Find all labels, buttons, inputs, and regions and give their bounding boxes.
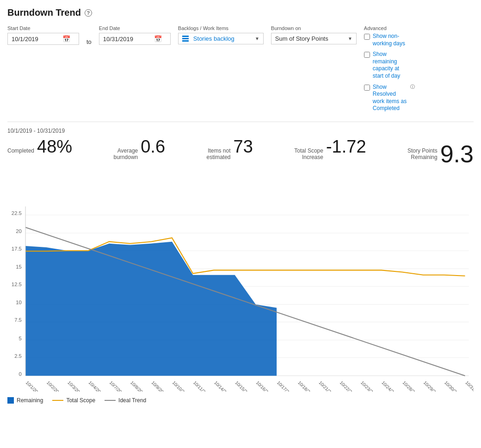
help-icon[interactable]: ? xyxy=(85,9,92,17)
remaining-legend-item: Remaining xyxy=(7,397,43,404)
svg-text:10/7/2019: 10/7/2019 xyxy=(109,380,127,392)
svg-text:20: 20 xyxy=(16,228,22,234)
burndown-on-group: Burndown on Sum of Story Points ▼ xyxy=(271,25,357,44)
burndown-on-label: Burndown on xyxy=(271,25,357,31)
backlogs-chevron: ▼ xyxy=(255,36,259,41)
svg-text:10/31/2019: 10/31/2019 xyxy=(464,380,474,392)
items-not-estimated-stat: Items notestimated 73 xyxy=(206,138,253,161)
end-date-group: End Date 📅 xyxy=(99,25,171,45)
items-not-estimated-label: Items notestimated xyxy=(206,147,230,161)
svg-text:10/16/2019: 10/16/2019 xyxy=(255,380,275,392)
start-date-label: Start Date xyxy=(7,25,79,31)
controls-row: Start Date 📅 to End Date 📅 Backlogs / Wo… xyxy=(7,25,474,112)
completed-stat: Completed 48% xyxy=(7,138,72,155)
svg-text:12.5: 12.5 xyxy=(12,282,22,288)
advanced-group: Advanced Show non-working days Showremai… xyxy=(364,25,415,112)
remaining-capacity-checkbox[interactable] xyxy=(364,52,370,58)
backlog-icon xyxy=(182,36,191,42)
svg-text:10/24/2019: 10/24/2019 xyxy=(381,380,400,392)
svg-text:10/21/2019: 10/21/2019 xyxy=(318,380,337,392)
advanced-options: Show non-working days Showremainingcapac… xyxy=(364,33,415,112)
remaining-capacity-option: Showremainingcapacity atstart of day xyxy=(364,51,415,80)
story-points-label: Story PointsRemaining xyxy=(407,147,438,161)
svg-text:10/2/2019: 10/2/2019 xyxy=(46,380,64,392)
svg-text:10/29/2019: 10/29/2019 xyxy=(423,380,442,392)
svg-text:10/14/2019: 10/14/2019 xyxy=(213,380,233,392)
nonworking-days-checkbox[interactable] xyxy=(364,34,370,40)
backlogs-dropdown[interactable]: Stories backlog ▼ xyxy=(178,33,264,44)
avg-burndown-label: Averageburndown xyxy=(114,147,138,161)
resolved-items-label[interactable]: ShowResolvedwork items asCompleted xyxy=(373,84,407,112)
total-scope-legend-line xyxy=(52,400,63,401)
svg-text:10/1/2019: 10/1/2019 xyxy=(25,380,43,392)
ideal-trend-legend-line xyxy=(105,400,116,401)
remaining-legend-box xyxy=(7,397,14,404)
svg-text:10/17/2019: 10/17/2019 xyxy=(276,380,296,392)
svg-text:10/15/2019: 10/15/2019 xyxy=(234,380,253,392)
backlogs-group: Backlogs / Work Items Stories backlog ▼ xyxy=(178,25,264,44)
svg-text:17.5: 17.5 xyxy=(12,246,22,252)
advanced-label: Advanced xyxy=(364,25,415,31)
total-scope-stat: Total ScopeIncrease -1.72 xyxy=(294,138,366,161)
svg-text:10: 10 xyxy=(16,300,22,306)
svg-text:10/3/2019: 10/3/2019 xyxy=(67,380,85,392)
to-label: to xyxy=(86,38,92,45)
stats-row: Completed 48% Averageburndown 0.6 Items … xyxy=(7,138,474,166)
svg-text:10/23/2019: 10/23/2019 xyxy=(360,380,379,392)
svg-text:10/22/2019: 10/22/2019 xyxy=(339,380,358,392)
page-title: Burndown Trend ? xyxy=(7,7,474,18)
total-scope-legend-label: Total Scope xyxy=(66,397,95,404)
ideal-trend-legend-item: Ideal Trend xyxy=(105,397,146,404)
legend: Remaining Total Scope Ideal Trend xyxy=(7,397,474,404)
remaining-capacity-label[interactable]: Showremainingcapacity atstart of day xyxy=(373,51,400,80)
total-scope-legend-item: Total Scope xyxy=(52,397,95,404)
items-not-estimated-value: 73 xyxy=(234,138,253,155)
svg-text:10/4/2019: 10/4/2019 xyxy=(87,380,105,392)
burndown-on-value: Sum of Story Points xyxy=(275,35,328,42)
ideal-trend-legend-label: Ideal Trend xyxy=(118,397,146,404)
completed-label: Completed xyxy=(7,147,34,154)
chart-container: 0 2.5 5 7.5 10 12.5 15 17.5 20 22.5 xyxy=(7,170,474,392)
burndown-on-chevron: ▼ xyxy=(348,36,352,41)
avg-burndown-stat: Averageburndown 0.6 xyxy=(114,138,166,161)
svg-text:15: 15 xyxy=(16,264,22,270)
end-date-input-wrapper[interactable]: 📅 xyxy=(99,33,171,45)
svg-text:10/28/2019: 10/28/2019 xyxy=(401,380,421,392)
end-date-calendar-icon[interactable]: 📅 xyxy=(154,35,162,43)
nonworking-days-option: Show non-working days xyxy=(364,33,415,47)
resolved-items-checkbox[interactable] xyxy=(364,85,370,91)
svg-text:10/11/2019: 10/11/2019 xyxy=(192,380,212,392)
svg-marker-20 xyxy=(25,242,277,376)
story-points-value: 9.3 xyxy=(440,142,474,166)
start-date-input-wrapper[interactable]: 📅 xyxy=(7,33,79,45)
svg-text:5: 5 xyxy=(19,336,22,341)
avg-burndown-value: 0.6 xyxy=(141,138,165,155)
resolved-info-icon[interactable]: ⓘ xyxy=(410,84,415,90)
burndown-on-dropdown[interactable]: Sum of Story Points ▼ xyxy=(271,33,357,44)
svg-text:10/9/2019: 10/9/2019 xyxy=(150,380,168,392)
story-points-stat: Story PointsRemaining 9.3 xyxy=(407,142,474,166)
svg-text:10/10/2019: 10/10/2019 xyxy=(171,380,191,392)
resolved-items-option: ShowResolvedwork items asCompleted ⓘ xyxy=(364,84,415,112)
chart-section: 10/1/2019 - 10/31/2019 Completed 48% Ave… xyxy=(7,122,474,404)
start-date-input[interactable] xyxy=(12,36,62,43)
end-date-label: End Date xyxy=(99,25,171,31)
end-date-input[interactable] xyxy=(103,36,154,43)
title-text: Burndown Trend xyxy=(7,7,81,18)
total-scope-value: -1.72 xyxy=(326,138,366,155)
nonworking-days-label[interactable]: Show non-working days xyxy=(373,33,405,47)
burndown-chart: 0 2.5 5 7.5 10 12.5 15 17.5 20 22.5 xyxy=(7,170,474,392)
svg-text:10/30/2019: 10/30/2019 xyxy=(444,380,463,392)
start-date-group: Start Date 📅 xyxy=(7,25,79,45)
svg-text:0: 0 xyxy=(19,371,22,377)
backlogs-label: Backlogs / Work Items xyxy=(178,25,264,31)
svg-text:10/18/2019: 10/18/2019 xyxy=(297,380,316,392)
start-date-calendar-icon[interactable]: 📅 xyxy=(62,35,70,43)
total-scope-label: Total ScopeIncrease xyxy=(294,147,323,161)
backlogs-value: Stories backlog xyxy=(193,35,234,42)
date-range-label: 10/1/2019 - 10/31/2019 xyxy=(7,128,474,134)
remaining-legend-label: Remaining xyxy=(17,397,43,404)
completed-value: 48% xyxy=(37,138,72,155)
svg-text:10/8/2019: 10/8/2019 xyxy=(130,380,148,392)
svg-text:2.5: 2.5 xyxy=(14,353,22,359)
